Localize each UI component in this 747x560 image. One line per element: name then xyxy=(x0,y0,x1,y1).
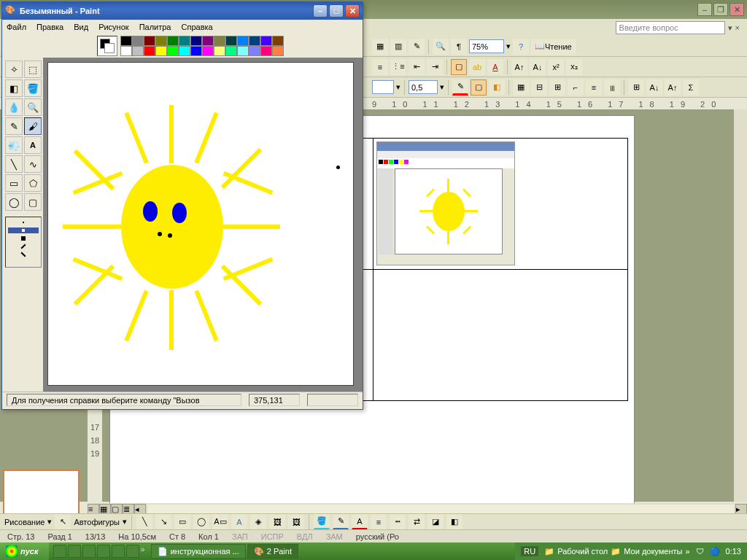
menu-help[interactable]: Справка xyxy=(182,23,213,31)
font-color-draw-icon[interactable]: A xyxy=(352,514,368,530)
text-tool[interactable]: A xyxy=(24,136,42,154)
palette-color[interactable] xyxy=(237,36,249,46)
palette-color[interactable] xyxy=(225,36,237,46)
status-lang[interactable]: русский (Ро xyxy=(356,532,399,541)
draw-dd-icon[interactable]: ▾ xyxy=(47,517,52,526)
ls-dd-icon[interactable]: ▾ xyxy=(440,82,444,92)
ql-app-icon[interactable] xyxy=(126,545,139,558)
rect-select-tool[interactable]: ⬚ xyxy=(24,61,42,78)
highlight-icon[interactable]: ab xyxy=(469,59,485,75)
rectangle-tool[interactable]: ▭ xyxy=(5,174,23,192)
palette-color[interactable] xyxy=(272,46,284,56)
sort-asc-icon[interactable]: A↓ xyxy=(646,79,662,96)
rounded-rect-tool[interactable]: ▢ xyxy=(24,193,42,211)
insert-table-icon[interactable]: ▦ xyxy=(513,79,529,96)
distribute-rows-icon[interactable]: ≡ xyxy=(586,79,602,96)
zoom-dropdown-icon[interactable]: ▾ xyxy=(506,42,511,51)
palette-color[interactable] xyxy=(179,36,190,46)
autosum-icon[interactable]: Σ xyxy=(683,79,699,96)
status-ext[interactable]: ВДЛ xyxy=(297,532,313,541)
style-combo[interactable] xyxy=(372,80,394,94)
docmap-icon[interactable]: 🔍 xyxy=(433,39,449,55)
tool-options[interactable] xyxy=(5,217,42,268)
palette-color[interactable] xyxy=(214,36,225,46)
palette-color[interactable] xyxy=(260,46,272,56)
ql-app-icon[interactable] xyxy=(112,545,125,558)
palette-color[interactable] xyxy=(179,46,190,56)
numbering-icon[interactable]: ≡ xyxy=(372,59,388,75)
oval-icon[interactable]: ◯ xyxy=(193,514,209,530)
tray-icon[interactable]: 🔵 xyxy=(710,547,720,556)
autoshapes-dd-icon[interactable]: ▾ xyxy=(123,517,127,526)
palette-color[interactable] xyxy=(144,46,155,56)
word-maximize-button[interactable]: ❐ xyxy=(713,3,728,16)
columns-icon[interactable]: ▥ xyxy=(390,39,406,55)
palette-color[interactable] xyxy=(249,46,260,56)
border-style-icon[interactable]: ▢ xyxy=(471,79,487,96)
diagram-icon[interactable]: ◈ xyxy=(250,514,266,530)
table-cell[interactable] xyxy=(373,139,628,270)
zoom-combo[interactable]: 75% xyxy=(469,39,504,53)
tray-icon[interactable]: 🛡 xyxy=(696,547,704,556)
desktop-link[interactable]: Рабочий стол xyxy=(557,547,608,556)
palette-color[interactable] xyxy=(214,46,225,56)
palette-color[interactable] xyxy=(167,36,179,46)
paint-maximize-button[interactable]: □ xyxy=(329,4,344,18)
palette-color[interactable] xyxy=(225,46,237,56)
ql-ie-icon[interactable] xyxy=(53,545,66,558)
align-top-icon[interactable]: ⌐ xyxy=(568,79,584,96)
ask-question-box[interactable]: Введите вопрос xyxy=(616,21,725,34)
palette-color[interactable] xyxy=(272,36,284,46)
wordart-icon[interactable]: A xyxy=(231,514,247,530)
autoshapes-menu[interactable]: Автофигуры xyxy=(74,518,120,526)
palette-color[interactable] xyxy=(120,36,132,46)
autoformat-icon[interactable]: ⊞ xyxy=(628,79,644,96)
paint-close-button[interactable]: ✕ xyxy=(345,4,360,18)
shadow-icon[interactable]: ◪ xyxy=(427,514,444,530)
distribute-cols-icon[interactable]: ⫼ xyxy=(604,79,620,96)
start-button[interactable]: пуск xyxy=(0,542,49,560)
sort-desc-icon[interactable]: A↑ xyxy=(665,79,681,96)
menu-view[interactable]: Вид xyxy=(74,23,88,31)
palette-color[interactable] xyxy=(155,46,167,56)
line-color-icon[interactable]: ✎ xyxy=(333,514,349,530)
current-colors[interactable] xyxy=(97,36,117,56)
line-weight-icon[interactable]: ≡ xyxy=(371,514,387,530)
paint-minimize-button[interactable]: – xyxy=(313,4,328,18)
status-trk[interactable]: ИСПР xyxy=(261,532,284,541)
ql-media-icon[interactable] xyxy=(68,545,81,558)
draw-menu[interactable]: Рисование xyxy=(4,518,44,526)
palette-color[interactable] xyxy=(237,46,249,56)
menu-palette[interactable]: Палитра xyxy=(139,23,171,31)
brush-tool[interactable]: 🖌 xyxy=(24,117,42,135)
ellipse-tool[interactable]: ◯ xyxy=(5,193,23,211)
language-indicator[interactable]: RU xyxy=(521,546,538,556)
word-close-button[interactable]: ✕ xyxy=(729,3,744,16)
select-arrow-icon[interactable]: ↖ xyxy=(55,514,71,530)
reading-mode-button[interactable]: 📖Чтение xyxy=(531,39,576,55)
palette-color[interactable] xyxy=(144,36,155,46)
pen-color-icon[interactable]: ✎ xyxy=(452,79,468,96)
palette-color[interactable] xyxy=(120,46,132,56)
palette-color[interactable] xyxy=(132,36,144,46)
line-icon[interactable]: ╲ xyxy=(136,514,152,530)
fill-color-icon[interactable]: 🪣 xyxy=(314,514,330,530)
ql-overflow-icon[interactable]: » xyxy=(141,545,145,558)
palette-color[interactable] xyxy=(202,46,214,56)
ask-dropdown-icon[interactable]: ▾ xyxy=(728,23,732,33)
palette-color[interactable] xyxy=(190,46,202,56)
paint-titlebar[interactable]: 🎨 Безымянный - Paint – □ ✕ xyxy=(2,2,363,20)
palette-color[interactable] xyxy=(249,36,260,46)
ask-close-icon[interactable]: × xyxy=(735,23,740,32)
eyedropper-tool[interactable]: 💧 xyxy=(5,98,23,116)
freeform-select-tool[interactable]: ✧ xyxy=(5,61,23,78)
arrow-style-icon[interactable]: ⇄ xyxy=(409,514,425,530)
linespacing-box[interactable]: 0,5 xyxy=(409,80,438,94)
palette-color[interactable] xyxy=(167,46,179,56)
border-icon[interactable]: ▢ xyxy=(451,59,467,75)
font-color-icon[interactable]: A xyxy=(487,59,503,75)
textbox-icon[interactable]: A▭ xyxy=(212,514,228,530)
magnifier-tool[interactable]: 🔍 xyxy=(24,98,42,116)
3d-icon[interactable]: ◧ xyxy=(446,514,462,530)
outdent-icon[interactable]: ⇤ xyxy=(409,59,425,75)
